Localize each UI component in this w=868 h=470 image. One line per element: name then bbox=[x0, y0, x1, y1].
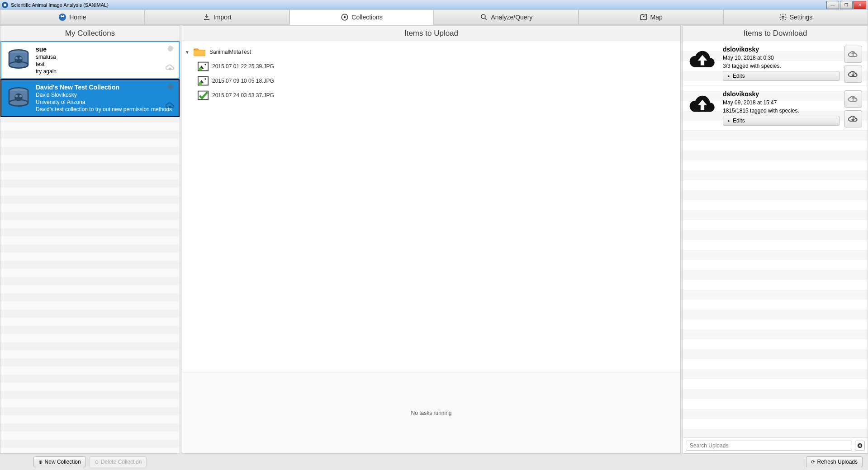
tab-label: Import bbox=[213, 14, 232, 21]
minimize-button[interactable]: — bbox=[826, 1, 839, 9]
tree-expander-icon[interactable]: ▼ bbox=[185, 50, 190, 55]
folder-icon bbox=[193, 47, 206, 57]
cloud-down-button[interactable] bbox=[844, 110, 862, 127]
file-name: 2015 07 01 22 25 39.JPG bbox=[212, 63, 274, 70]
download-item: dslovikosky May 10, 2018 at 0:30 3/3 tag… bbox=[683, 41, 868, 86]
download-user: dslovikosky bbox=[723, 46, 840, 53]
maximize-button[interactable]: ❐ bbox=[840, 1, 853, 9]
tree-file[interactable]: 2015 07 24 03 53 37.JPG bbox=[185, 88, 678, 103]
delete-icon: ⊖ bbox=[95, 459, 99, 465]
download-item: dslovikosky May 09, 2018 at 15:47 1815/1… bbox=[683, 86, 868, 131]
items-to-upload-panel: Items to Upload ▼ SanimalMetaTest 2015 0… bbox=[182, 25, 681, 454]
svg-point-3 bbox=[643, 16, 644, 17]
plus-icon: ⊕ bbox=[38, 459, 43, 465]
import-icon bbox=[203, 13, 211, 21]
svg-point-24 bbox=[199, 82, 202, 85]
svg-point-7 bbox=[14, 56, 23, 64]
close-button[interactable]: ✕ bbox=[854, 1, 866, 9]
image-checked-icon bbox=[198, 90, 209, 100]
cloud-upload-large-icon bbox=[687, 90, 718, 127]
collection-owner: David Slovikosky bbox=[36, 92, 174, 98]
tree-file[interactable]: 2015 07 09 10 05 18.JPG bbox=[185, 74, 678, 88]
svg-point-9 bbox=[19, 57, 22, 59]
svg-point-4 bbox=[782, 16, 784, 19]
tab-label: Settings bbox=[790, 14, 813, 21]
search-input[interactable] bbox=[686, 441, 852, 451]
tree-folder[interactable]: ▼ SanimalMetaTest bbox=[185, 45, 678, 59]
collection-title: David's New Test Collection bbox=[36, 84, 174, 91]
svg-point-15 bbox=[19, 95, 22, 97]
tab-settings[interactable]: Settings bbox=[723, 9, 868, 25]
download-list: dslovikosky May 10, 2018 at 0:30 3/3 tag… bbox=[683, 41, 868, 437]
status-text: No tasks running bbox=[411, 410, 451, 416]
tab-bar: Home Import Collections Analyze/Query Ma… bbox=[0, 10, 868, 25]
tab-home[interactable]: Home bbox=[0, 9, 145, 25]
tab-label: Map bbox=[650, 14, 663, 21]
my-collections-header: My Collections bbox=[0, 26, 180, 41]
gear-icon[interactable] bbox=[165, 83, 175, 93]
collection-org: test bbox=[36, 61, 174, 67]
map-icon bbox=[640, 13, 648, 21]
task-status-area: No tasks running bbox=[182, 372, 680, 453]
items-to-download-panel: Items to Download dslovikosky May 10, 20… bbox=[683, 25, 868, 454]
collection-item[interactable]: sue smalusa test try again bbox=[0, 41, 180, 79]
delete-collection-button[interactable]: ⊖ Delete Collection bbox=[90, 456, 147, 467]
tab-collections[interactable]: Collections bbox=[289, 9, 434, 25]
tab-analyze[interactable]: Analyze/Query bbox=[434, 9, 579, 25]
svg-point-19 bbox=[204, 64, 206, 65]
cloud-up-button[interactable] bbox=[844, 46, 862, 63]
cloud-up-button[interactable] bbox=[844, 90, 862, 108]
app-icon bbox=[2, 2, 8, 8]
gear-icon[interactable] bbox=[165, 45, 175, 55]
image-icon bbox=[198, 61, 209, 71]
collection-desc: try again bbox=[36, 68, 174, 75]
collection-owner: smalusa bbox=[36, 54, 174, 60]
image-icon bbox=[198, 76, 209, 86]
tab-label: Analyze/Query bbox=[491, 14, 532, 21]
svg-point-13 bbox=[14, 94, 23, 102]
download-tagged: 1815/1815 tagged with species. bbox=[723, 108, 840, 114]
download-tagged: 3/3 tagged with species. bbox=[723, 63, 840, 69]
download-date: May 09, 2018 at 15:47 bbox=[723, 99, 840, 106]
svg-point-8 bbox=[15, 57, 18, 59]
bottom-bar: ⊕ New Collection ⊖ Delete Collection ⟳ R… bbox=[0, 454, 868, 470]
new-collection-button[interactable]: ⊕ New Collection bbox=[33, 456, 86, 467]
settings-icon bbox=[779, 13, 787, 21]
svg-point-1 bbox=[344, 16, 346, 19]
home-icon bbox=[58, 13, 66, 21]
tab-label: Collections bbox=[351, 14, 382, 21]
svg-point-20 bbox=[199, 68, 202, 71]
collection-title: sue bbox=[36, 46, 174, 53]
refresh-uploads-button[interactable]: ⟳ Refresh Uploads bbox=[806, 456, 863, 467]
window-title: Scientific Animal Image Analysis (SANIMA… bbox=[11, 2, 109, 8]
analyze-icon bbox=[480, 13, 488, 21]
folder-name: SanimalMetaTest bbox=[209, 49, 251, 55]
collection-desc: David's test collection to try out new p… bbox=[36, 106, 174, 113]
collections-list: sue smalusa test try again bbox=[0, 41, 180, 453]
tree-file[interactable]: 2015 07 01 22 25 39.JPG bbox=[185, 59, 678, 74]
svg-point-23 bbox=[204, 78, 206, 80]
download-user: dslovikosky bbox=[723, 90, 840, 98]
upload-header: Items to Upload bbox=[182, 26, 680, 41]
edits-button[interactable]: Edits bbox=[723, 116, 840, 126]
collections-icon bbox=[341, 13, 349, 21]
upload-tree: ▼ SanimalMetaTest 2015 07 01 22 25 39.JP… bbox=[182, 41, 680, 372]
cloud-upload-icon[interactable] bbox=[165, 101, 175, 111]
my-collections-panel: My Collections sue smalusa test try agai… bbox=[0, 25, 180, 454]
window-titlebar: Scientific Animal Image Analysis (SANIMA… bbox=[0, 0, 868, 10]
file-name: 2015 07 09 10 05 18.JPG bbox=[212, 78, 274, 84]
tab-import[interactable]: Import bbox=[145, 9, 289, 25]
tab-label: Home bbox=[69, 14, 86, 21]
download-header: Items to Download bbox=[683, 26, 868, 41]
search-clear-button[interactable] bbox=[855, 441, 865, 451]
tab-map[interactable]: Map bbox=[579, 9, 723, 25]
edits-button[interactable]: Edits bbox=[723, 71, 840, 81]
cloud-upload-large-icon bbox=[687, 46, 718, 83]
collection-item[interactable]: David's New Test Collection David Slovik… bbox=[0, 79, 180, 117]
svg-point-2 bbox=[481, 14, 485, 19]
cloud-down-button[interactable] bbox=[844, 66, 862, 83]
svg-point-14 bbox=[15, 95, 18, 97]
refresh-icon: ⟳ bbox=[811, 459, 815, 465]
cloud-upload-icon[interactable] bbox=[165, 63, 175, 73]
collection-org: University of Arizona bbox=[36, 99, 174, 105]
